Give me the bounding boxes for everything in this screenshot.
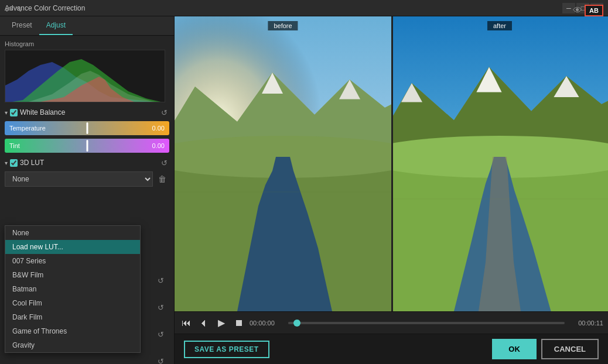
undo-redo-bar: ↶ ↷ [5,5,22,16]
right-panel: ↶ ↷ 👁 AB before after [175,16,608,364]
tint-slider-row: Tint 0.00 [5,139,169,153]
step-back-button[interactable]: ⏴ [197,316,211,330]
histogram-label: Histogram [5,40,169,47]
temperature-value: 0.00 [152,125,165,132]
wb-checkbox[interactable] [10,109,18,116]
lut-select[interactable]: None [5,171,153,187]
progress-fill [288,322,293,324]
lut-title: 3D LUT [20,159,156,167]
extra-reset-btn-2[interactable]: ↺ [155,302,166,313]
wb-title: White Balance [20,108,156,116]
before-label: before [268,21,298,30]
temperature-track[interactable]: Temperature 0.00 [5,121,169,135]
histogram-canvas [5,50,165,102]
wb-chevron[interactable]: ▾ [5,109,8,116]
after-label: after [487,21,512,30]
main-container: Preset Adjust Histogram [0,16,608,364]
dropdown-item-coolfilm[interactable]: Cool Film [5,296,140,310]
dropdown-item-darkfilm[interactable]: Dark Film [5,310,140,324]
dropdown-item-load[interactable]: Load new LUT... [5,240,140,254]
redo-button[interactable]: ↷ [15,5,22,16]
title-bar: Advance Color Correction ─ □ ✕ [0,0,608,16]
scene-right [391,16,608,311]
tab-bar: Preset Adjust [0,16,174,36]
temperature-label: Temperature [9,125,46,132]
tint-label: Tint [9,142,20,149]
lut-checkbox[interactable] [10,159,18,167]
extra-reset-btn-3[interactable]: ↺ [155,329,166,339]
split-line[interactable] [391,16,393,311]
cancel-button[interactable]: CANCEL [541,339,599,359]
tint-thumb[interactable] [86,140,88,152]
ok-button[interactable]: OK [492,339,537,359]
histogram-section: Histogram [5,40,169,102]
playback-bar: ⏮ ⏴ ▶ ⏹ 00:00:00 00:00:11 [175,311,608,334]
dropdown-item-batman[interactable]: Batman [5,282,140,296]
dropdown-item-007[interactable]: 007 Series [5,254,140,268]
dropdown-item-bw[interactable]: B&W Film [5,268,140,282]
temperature-slider-row: Temperature 0.00 [5,121,169,135]
extra-reset-btn-1[interactable]: ↺ [155,275,166,286]
eye-button[interactable]: 👁 [573,5,582,16]
lut-dropdown-menu: None Load new LUT... 007 Series B&W Film… [5,225,141,353]
progress-bar[interactable] [288,322,565,324]
tint-track[interactable]: Tint 0.00 [5,139,169,153]
bottom-right-buttons: OK CANCEL [492,339,599,359]
video-area: before after [175,16,608,311]
lut-reset-button[interactable]: ↺ [159,157,169,168]
tint-value: 0.00 [152,142,165,149]
ab-compare-button[interactable]: AB [585,5,603,16]
lut-section-header: ▾ 3D LUT ↺ [5,157,169,168]
extra-reset-btn-4[interactable]: ↺ [155,356,166,364]
tab-adjust[interactable]: Adjust [39,16,73,35]
histogram-svg [5,50,165,102]
scene-right-svg [391,16,608,311]
window-title: Advance Color Correction [5,4,562,12]
lut-chevron[interactable]: ▾ [5,160,8,166]
dropdown-item-none[interactable]: None [5,226,140,240]
left-panel: Preset Adjust Histogram [0,16,175,364]
dropdown-item-gravity[interactable]: Gravity [5,338,140,352]
play-button[interactable]: ▶ [214,316,228,330]
duration-display: 00:00:11 [568,320,603,327]
video-toolbar-top: 👁 AB [573,5,603,16]
white-balance-header: ▾ White Balance ↺ [5,107,169,118]
progress-thumb[interactable] [293,320,300,327]
scene-left-svg [175,16,391,311]
lut-dropdown-row: None 🗑 [5,171,169,187]
dropdown-item-got[interactable]: Game of Thrones [5,324,140,338]
temperature-thumb[interactable] [86,122,88,134]
stop-button[interactable]: ⏹ [232,316,246,330]
scene-left [175,16,391,311]
current-time: 00:00:00 [250,320,285,327]
lut-delete-button[interactable]: 🗑 [155,172,169,186]
wb-reset-button[interactable]: ↺ [159,107,169,118]
undo-button[interactable]: ↶ [5,5,12,16]
save-preset-button[interactable]: SAVE AS PRESET [184,341,269,358]
skip-back-button[interactable]: ⏮ [179,316,193,330]
tab-preset[interactable]: Preset [5,16,39,35]
bottom-bar: SAVE AS PRESET OK CANCEL [175,334,608,364]
